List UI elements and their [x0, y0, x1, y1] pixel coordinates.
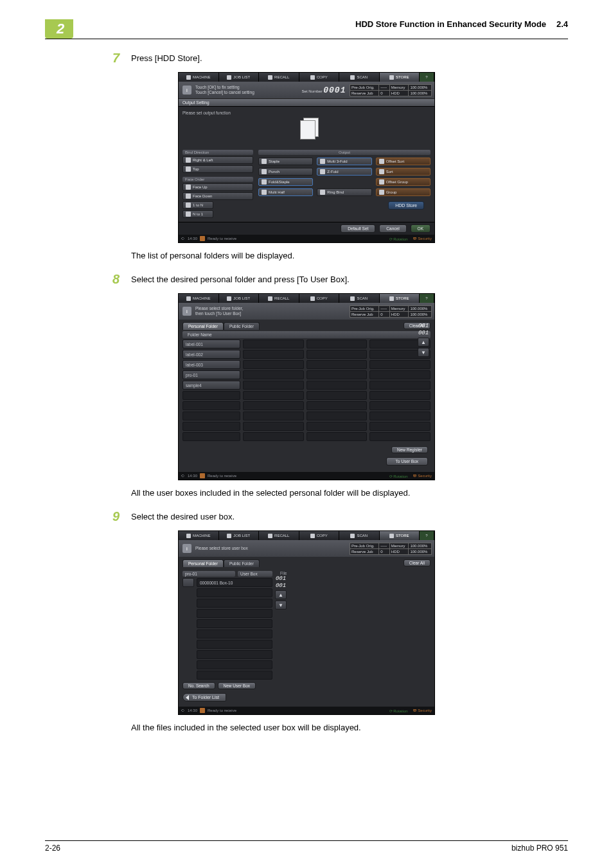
- folder-item[interactable]: [306, 432, 368, 441]
- tab-public-folder[interactable]: Public Folder: [224, 559, 260, 567]
- folder-item[interactable]: sample4: [182, 381, 240, 390]
- new-register-button[interactable]: New Register: [391, 446, 428, 453]
- tab-recall[interactable]: RECALL: [259, 531, 299, 540]
- default-set-button[interactable]: Default Set: [341, 224, 375, 233]
- folder-item[interactable]: [306, 411, 368, 420]
- folder-item[interactable]: [369, 370, 431, 379]
- opt-offset-group[interactable]: Offset Group: [376, 178, 431, 186]
- folder-item[interactable]: label-002: [182, 350, 240, 359]
- hdd-store-button[interactable]: HDD Store: [388, 201, 424, 210]
- opt-ringbind[interactable]: Ring Bind: [317, 188, 371, 196]
- tab-machine[interactable]: MACHINE: [179, 73, 219, 82]
- to-folder-list-button[interactable]: To Folder List: [182, 693, 226, 701]
- cancel-button[interactable]: Cancel: [379, 224, 406, 233]
- userbox-item[interactable]: [197, 650, 272, 659]
- tab-copy[interactable]: COPY: [299, 531, 340, 540]
- folder-item[interactable]: label-001: [182, 339, 240, 348]
- tab-scan[interactable]: SCAN: [339, 294, 380, 303]
- bind-top[interactable]: Top: [182, 165, 253, 173]
- face-up[interactable]: Face Up: [182, 183, 253, 191]
- page-up-button[interactable]: ▲: [275, 590, 287, 599]
- folder-item[interactable]: [243, 411, 304, 420]
- userbox-item[interactable]: 00000001 Box-10: [197, 578, 272, 587]
- tab-joblist[interactable]: JOB LIST: [219, 531, 260, 540]
- tab-store[interactable]: STORE: [380, 531, 420, 540]
- folder-item[interactable]: [306, 401, 368, 410]
- tab-joblist[interactable]: JOB LIST: [219, 73, 260, 82]
- opt-offset-sort[interactable]: Offset Sort: [376, 158, 431, 165]
- folder-item[interactable]: [306, 370, 368, 379]
- tab-machine[interactable]: MACHINE: [179, 294, 219, 303]
- folder-item[interactable]: label-003: [182, 360, 240, 369]
- no-search-button[interactable]: No. Search: [182, 682, 215, 689]
- folder-item[interactable]: [182, 401, 240, 410]
- order-n-to-1[interactable]: N to 1: [182, 210, 213, 218]
- ok-button[interactable]: OK: [411, 224, 431, 233]
- bind-right-left[interactable]: Right & Left: [182, 156, 253, 164]
- userbox-item[interactable]: [197, 619, 272, 628]
- folder-item[interactable]: [182, 391, 240, 400]
- tab-recall[interactable]: RECALL: [259, 294, 299, 303]
- to-user-box-button[interactable]: To User Box: [386, 457, 428, 466]
- tab-public-folder[interactable]: Public Folder: [224, 322, 260, 330]
- folder-item[interactable]: [182, 411, 240, 420]
- opt-staple[interactable]: Staple: [258, 158, 313, 165]
- folder-item[interactable]: [306, 391, 368, 400]
- new-user-box-button[interactable]: New User Box: [218, 682, 256, 689]
- folder-item[interactable]: [243, 360, 304, 369]
- opt-multihalf[interactable]: Multi Half: [258, 188, 313, 196]
- tab-copy[interactable]: COPY: [299, 73, 340, 82]
- folder-item[interactable]: [369, 411, 431, 420]
- tab-help[interactable]: ?: [420, 531, 434, 540]
- userbox-item[interactable]: [197, 588, 272, 597]
- userbox-item[interactable]: [197, 640, 272, 649]
- opt-multi3fold[interactable]: Multi 3-Fold: [317, 158, 371, 165]
- face-down[interactable]: Face Down: [182, 192, 253, 200]
- opt-zfold[interactable]: Z-Fold: [317, 168, 371, 176]
- folder-item[interactable]: [243, 432, 304, 441]
- tab-store[interactable]: STORE: [380, 294, 420, 303]
- tab-personal-folder[interactable]: Personal Folder: [182, 322, 224, 330]
- clear-all-button[interactable]: Clear All: [404, 559, 431, 566]
- userbox-item[interactable]: [197, 609, 272, 618]
- tab-help[interactable]: ?: [420, 294, 434, 303]
- folder-item[interactable]: [182, 432, 240, 441]
- folder-item[interactable]: [243, 391, 304, 400]
- userbox-item[interactable]: [197, 660, 272, 669]
- folder-item[interactable]: [369, 422, 431, 431]
- tab-joblist[interactable]: JOB LIST: [219, 294, 260, 303]
- folder-item[interactable]: [243, 370, 304, 379]
- tab-store[interactable]: STORE: [380, 73, 420, 82]
- folder-item[interactable]: [182, 422, 240, 431]
- folder-item[interactable]: [243, 381, 304, 390]
- folder-item[interactable]: pro-01: [182, 370, 240, 379]
- tab-recall[interactable]: RECALL: [259, 73, 299, 82]
- tab-machine[interactable]: MACHINE: [179, 531, 219, 540]
- folder-item[interactable]: [369, 432, 431, 441]
- folder-item[interactable]: [369, 381, 431, 390]
- userbox-item[interactable]: [197, 599, 272, 608]
- folder-item[interactable]: [369, 360, 431, 369]
- tab-copy[interactable]: COPY: [299, 294, 340, 303]
- userbox-item-select[interactable]: [182, 578, 194, 587]
- page-down-button[interactable]: ▼: [275, 601, 287, 610]
- folder-item[interactable]: [243, 350, 304, 359]
- opt-group[interactable]: Group: [376, 188, 431, 196]
- order-1-to-n[interactable]: 1 to N: [182, 201, 213, 209]
- page-down-button[interactable]: ▼: [418, 348, 429, 357]
- tab-personal-folder[interactable]: Personal Folder: [182, 559, 224, 567]
- folder-item[interactable]: [306, 360, 368, 369]
- folder-item[interactable]: [306, 339, 368, 348]
- tab-scan[interactable]: SCAN: [339, 531, 380, 540]
- userbox-item[interactable]: [197, 629, 272, 638]
- opt-foldstaple[interactable]: Fold&Staple: [258, 178, 313, 186]
- folder-item[interactable]: [369, 401, 431, 410]
- tab-help[interactable]: ?: [420, 73, 434, 82]
- folder-item[interactable]: [243, 339, 304, 348]
- opt-punch[interactable]: Punch: [258, 168, 313, 176]
- folder-item[interactable]: [306, 422, 368, 431]
- folder-item[interactable]: [306, 350, 368, 359]
- folder-item[interactable]: [243, 401, 304, 410]
- tab-scan[interactable]: SCAN: [339, 73, 380, 82]
- folder-item[interactable]: [243, 422, 304, 431]
